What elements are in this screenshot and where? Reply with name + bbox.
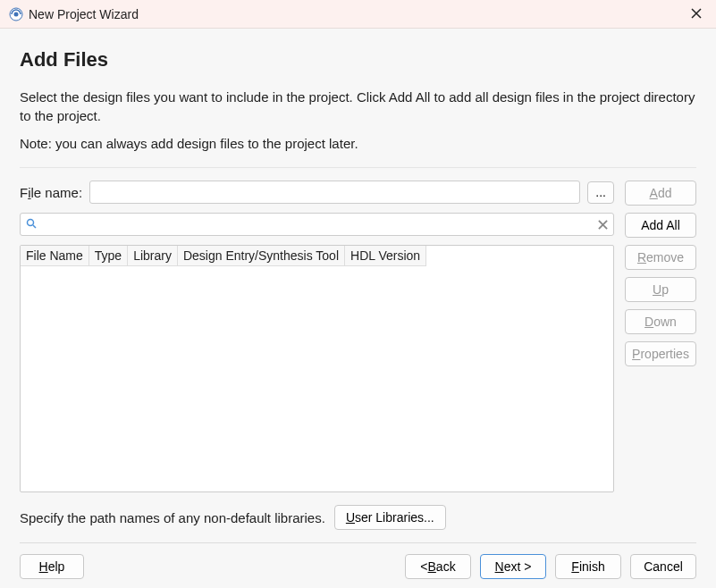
close-icon <box>691 8 702 19</box>
wizard-footer: Help < Back Next > Finish Cancel <box>20 554 696 579</box>
cancel-button[interactable]: Cancel <box>630 554 696 579</box>
table-header-hdl-version[interactable]: HDL Version <box>345 246 426 266</box>
page-description: Select the design files you want to incl… <box>20 88 696 125</box>
files-table[interactable]: File Name Type Library Design Entry/Synt… <box>20 245 614 492</box>
page-heading: Add Files <box>20 48 696 71</box>
next-button[interactable]: Next > <box>480 554 546 579</box>
separator-top <box>20 167 696 168</box>
left-column: File name: ... <box>20 181 614 530</box>
table-header-type[interactable]: Type <box>88 246 127 266</box>
file-name-label: File name: <box>20 185 82 200</box>
window-title: New Project Wizard <box>29 7 686 21</box>
down-button[interactable]: Down <box>625 309 696 334</box>
libraries-text: Specify the path names of any non-defaul… <box>20 510 325 525</box>
remove-button[interactable]: Remove <box>625 245 696 270</box>
svg-point-2 <box>28 219 34 225</box>
table-header-row: File Name Type Library Design Entry/Synt… <box>21 246 426 266</box>
back-button[interactable]: < Back <box>405 554 471 579</box>
app-icon <box>9 7 23 21</box>
add-all-button[interactable]: Add All <box>625 213 696 238</box>
libraries-row: Specify the path names of any non-defaul… <box>20 505 614 530</box>
file-name-row: File name: ... <box>20 181 614 204</box>
file-name-input[interactable] <box>89 181 580 204</box>
close-icon <box>598 220 608 230</box>
right-column: Add Add All Remove Up Down Properties <box>625 181 696 530</box>
titlebar: New Project Wizard <box>0 0 716 29</box>
separator-footer <box>20 542 696 543</box>
search-row <box>20 213 614 236</box>
properties-button[interactable]: Properties <box>625 341 696 366</box>
wizard-content: Add Files Select the design files you wa… <box>0 29 716 588</box>
help-button[interactable]: Help <box>20 554 84 579</box>
table-header-filename[interactable]: File Name <box>21 246 88 266</box>
search-field-wrap <box>20 213 614 236</box>
search-icon <box>26 218 37 231</box>
page-note: Note: you can always add design files to… <box>20 136 696 151</box>
finish-button[interactable]: Finish <box>555 554 621 579</box>
add-button[interactable]: Add <box>625 181 696 206</box>
up-button[interactable]: Up <box>625 277 696 302</box>
table-header-design-entry[interactable]: Design Entry/Synthesis Tool <box>177 246 344 266</box>
close-button[interactable] <box>686 6 707 22</box>
table-header-library[interactable]: Library <box>128 246 178 266</box>
main-layout: File name: ... <box>20 181 696 530</box>
search-input[interactable] <box>40 214 598 234</box>
clear-search-button[interactable] <box>598 217 608 232</box>
svg-point-1 <box>14 12 19 16</box>
browse-button[interactable]: ... <box>587 181 614 204</box>
user-libraries-button[interactable]: User Libraries... <box>334 505 446 530</box>
